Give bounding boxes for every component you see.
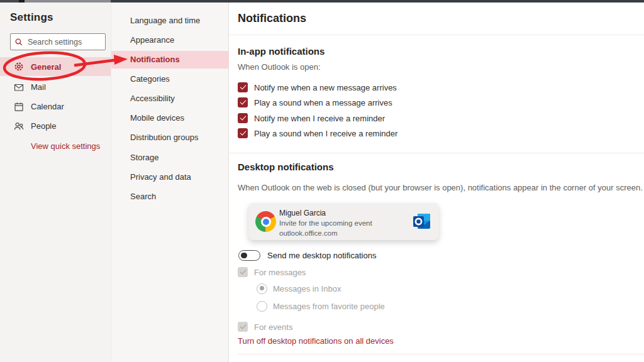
sidebar-item-label: Mail xyxy=(31,82,46,92)
window-top-edge xyxy=(0,0,644,3)
panel-title: Notifications xyxy=(238,12,306,25)
desktop-notifications-heading: Desktop notifications xyxy=(238,162,334,172)
sidebar-item-label: People xyxy=(31,121,56,131)
desktop-toggle-row: Send me desktop notifications xyxy=(238,250,376,261)
preview-message: Invite for the upcoming event xyxy=(279,219,372,227)
checkbox-checked-icon[interactable] xyxy=(238,82,248,92)
option-sound-message: Play a sound when a message arrives xyxy=(238,96,392,109)
window-edge-segment xyxy=(19,0,25,3)
in-app-subtext: When Outlook is open: xyxy=(238,62,321,72)
checkbox-checked-icon[interactable] xyxy=(238,97,248,107)
option-notify-reminder: Notify me when I receive a reminder xyxy=(238,112,385,124)
in-app-notifications-heading: In-app notifications xyxy=(238,46,325,57)
checkbox-checked-icon[interactable] xyxy=(238,128,248,138)
notification-preview-card: Miguel Garcia Invite for the upcoming ev… xyxy=(248,203,439,240)
people-icon xyxy=(14,121,24,131)
radio-selected-icon[interactable] xyxy=(257,283,267,294)
calendar-icon xyxy=(14,102,24,112)
radio-messages-in-inbox: Messages in Inbox xyxy=(257,283,341,294)
divider xyxy=(238,354,644,354)
checkbox-disabled-checked-icon[interactable] xyxy=(238,322,248,332)
send-desktop-notifications-toggle[interactable] xyxy=(238,250,260,261)
nav-item-search[interactable]: Search xyxy=(111,188,229,206)
option-label: Play a sound when I receive a reminder xyxy=(254,129,397,138)
checkbox-disabled-checked-icon[interactable] xyxy=(238,267,248,277)
sidebar-item-general[interactable]: General xyxy=(0,57,111,76)
page-title: Settings xyxy=(10,11,53,24)
for-messages-row: For messages xyxy=(238,266,306,278)
toggle-knob xyxy=(241,253,247,259)
for-events-label: For events xyxy=(254,322,292,332)
radio-messages-favorite-people: Messages from favorite people xyxy=(257,300,385,312)
toggle-label: Send me desktop notifications xyxy=(267,251,376,260)
gear-icon xyxy=(14,62,24,72)
nav-item-storage[interactable]: Storage xyxy=(111,149,229,167)
settings-sidebar: Settings General xyxy=(0,0,111,362)
preview-source: outlook.office.com xyxy=(279,229,372,237)
window-edge-segment xyxy=(111,0,644,3)
view-quick-settings-link[interactable]: View quick settings xyxy=(31,141,100,151)
search-input[interactable] xyxy=(28,38,101,47)
divider xyxy=(229,35,644,35)
sidebar-item-people[interactable]: People xyxy=(0,117,111,135)
divider xyxy=(229,153,644,153)
radio-label: Messages in Inbox xyxy=(273,284,341,293)
outlook-icon xyxy=(411,211,433,232)
for-messages-label: For messages xyxy=(254,268,306,277)
nav-item-categories[interactable]: Categories xyxy=(111,70,229,88)
desktop-notifications-description: When Outlook on the web is closed (but y… xyxy=(238,183,643,192)
option-notify-new-message: Notify me when a new message arrives xyxy=(238,81,397,94)
option-label: Play a sound when a message arrives xyxy=(254,98,392,107)
nav-item-mobile-devices[interactable]: Mobile devices xyxy=(111,109,229,127)
turn-off-desktop-notifications-link[interactable]: Turn off desktop notifications on all de… xyxy=(238,336,394,346)
search-icon xyxy=(14,38,23,47)
nav-item-distribution-groups[interactable]: Distribution groups xyxy=(111,129,229,146)
for-events-row: For events xyxy=(238,321,292,333)
window-edge-segment xyxy=(25,0,111,3)
notifications-panel: Notifications In-app notifications When … xyxy=(229,0,644,362)
search-settings-box[interactable] xyxy=(10,33,106,50)
radio-unselected-icon[interactable] xyxy=(257,301,267,312)
option-label: Notify me when a new message arrives xyxy=(254,83,397,92)
sidebar-item-label: Calendar xyxy=(31,102,64,111)
settings-page: Settings General xyxy=(0,0,644,362)
nav-item-language-and-time[interactable]: Language and time xyxy=(111,12,229,30)
option-label: Notify me when I receive a reminder xyxy=(254,114,385,123)
checkbox-checked-icon[interactable] xyxy=(238,113,248,123)
sidebar-item-mail[interactable]: Mail xyxy=(0,78,111,96)
nav-item-privacy-and-data[interactable]: Privacy and data xyxy=(111,168,229,186)
window-edge-segment xyxy=(0,0,19,3)
sidebar-item-calendar[interactable]: Calendar xyxy=(0,97,111,116)
mail-icon xyxy=(14,82,24,92)
nav-item-appearance[interactable]: Appearance xyxy=(111,31,229,49)
nav-item-notifications[interactable]: Notifications xyxy=(111,51,229,69)
general-category-nav: Language and time Appearance Notificatio… xyxy=(111,0,229,362)
sidebar-item-label: General xyxy=(31,62,61,72)
chrome-icon xyxy=(255,211,276,232)
option-sound-reminder: Play a sound when I receive a reminder xyxy=(238,127,397,140)
nav-item-accessibility[interactable]: Accessibility xyxy=(111,90,229,107)
radio-label: Messages from favorite people xyxy=(273,302,385,311)
preview-sender: Miguel Garcia xyxy=(279,209,372,217)
